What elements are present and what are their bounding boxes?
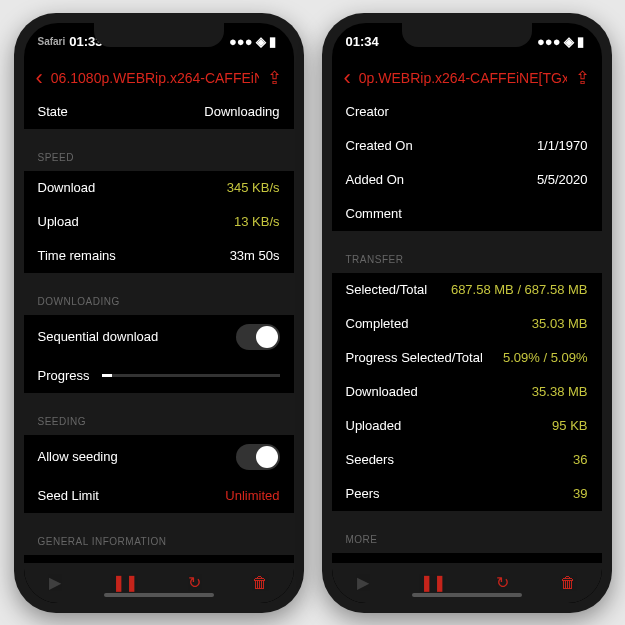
progress-st-row: Progress Selected/Total 5.09% / 5.09%: [332, 341, 602, 375]
section-more: MORE: [332, 511, 602, 553]
added-on-row: Added On 5/5/2020: [332, 163, 602, 197]
peers-value: 39: [573, 486, 587, 501]
trash-button[interactable]: 🗑: [560, 574, 576, 592]
section-speed: SPEED: [24, 129, 294, 171]
section-seeding: SEEDING: [24, 393, 294, 435]
status-time: 01:34: [346, 34, 379, 49]
uploaded-value: 95 KB: [552, 418, 587, 433]
downloaded-value: 35.38 MB: [532, 384, 588, 399]
battery-icon: ▮: [269, 34, 276, 49]
created-on-row: Created On 1/1/1970: [332, 129, 602, 163]
section-general: GENERAL INFORMATION: [24, 513, 294, 555]
screen-left: Safari 01:33 ●●● ◈ ▮ ‹ 06.1080p.WEBRip.x…: [24, 23, 294, 603]
refresh-button[interactable]: ↻: [496, 573, 509, 592]
play-button[interactable]: ▶: [357, 573, 369, 592]
wifi-icon: ◈: [564, 34, 574, 49]
play-button[interactable]: ▶: [49, 573, 61, 592]
section-downloading: DOWNLOADING: [24, 273, 294, 315]
content[interactable]: Creator Created On 1/1/1970 Added On 5/5…: [332, 95, 602, 563]
notch: [94, 23, 224, 47]
nav-bar: ‹ 0p.WEBRip.x264-CAFFEiNE[TGx] ⇪: [332, 61, 602, 95]
download-row: Download 345 KB/s: [24, 171, 294, 205]
signal-icon: ●●●: [229, 34, 253, 49]
upload-value: 13 KB/s: [234, 214, 280, 229]
status-icons: ●●● ◈ ▮: [229, 34, 276, 49]
selected-total-row: Selected/Total 687.58 MB / 687.58 MB: [332, 273, 602, 307]
allow-seeding-toggle[interactable]: [236, 444, 280, 470]
peers-row: Peers 39: [332, 477, 602, 511]
upload-row: Upload 13 KB/s: [24, 205, 294, 239]
bottom-toolbar: ▶ ❚❚ ↻ 🗑: [332, 563, 602, 603]
selected-total-value: 687.58 MB / 687.58 MB: [451, 282, 588, 297]
phone-right: 01:34 ●●● ◈ ▮ ‹ 0p.WEBRip.x264-CAFFEiNE[…: [322, 13, 612, 613]
comment-row: Comment: [332, 197, 602, 231]
progress-st-value: 5.09% / 5.09%: [503, 350, 588, 365]
trackers-row[interactable]: Trackers ›: [332, 553, 602, 563]
nav-bar: ‹ 06.1080p.WEBRip.x264-CAFFEiNE[TG ⇪: [24, 61, 294, 95]
seeders-row: Seeders 36: [332, 443, 602, 477]
state-label: State: [38, 104, 68, 119]
back-button[interactable]: ‹: [36, 65, 43, 91]
creator-row: Creator: [332, 95, 602, 129]
sequential-row[interactable]: Sequential download: [24, 315, 294, 359]
state-row: State Downloading: [24, 95, 294, 129]
allow-seeding-row[interactable]: Allow seeding: [24, 435, 294, 479]
pause-button[interactable]: ❚❚: [112, 573, 138, 592]
progress-bar: [102, 374, 280, 377]
content[interactable]: State Downloading SPEED Download 345 KB/…: [24, 95, 294, 563]
trash-button[interactable]: 🗑: [252, 574, 268, 592]
state-value: Downloading: [204, 104, 279, 119]
seed-limit-value: Unlimited: [225, 488, 279, 503]
created-value: 1/1/1970: [537, 138, 588, 153]
completed-row: Completed 35.03 MB: [332, 307, 602, 341]
back-button[interactable]: ‹: [344, 65, 351, 91]
screen-right: 01:34 ●●● ◈ ▮ ‹ 0p.WEBRip.x264-CAFFEiNE[…: [332, 23, 602, 603]
home-indicator[interactable]: [104, 593, 214, 597]
status-icons: ●●● ◈ ▮: [537, 34, 584, 49]
toggle-knob: [256, 326, 278, 348]
seed-limit-row[interactable]: Seed Limit Unlimited: [24, 479, 294, 513]
nav-title: 06.1080p.WEBRip.x264-CAFFEiNE[TG: [51, 70, 259, 86]
share-button[interactable]: ⇪: [575, 67, 590, 89]
uploaded-row: Uploaded 95 KB: [332, 409, 602, 443]
added-value: 5/5/2020: [537, 172, 588, 187]
nav-title: 0p.WEBRip.x264-CAFFEiNE[TGx]: [359, 70, 567, 86]
time-row: Time remains 33m 50s: [24, 239, 294, 273]
phone-left: Safari 01:33 ●●● ◈ ▮ ‹ 06.1080p.WEBRip.x…: [14, 13, 304, 613]
downloaded-row: Downloaded 35.38 MB: [332, 375, 602, 409]
home-indicator[interactable]: [412, 593, 522, 597]
notch: [402, 23, 532, 47]
pause-button[interactable]: ❚❚: [420, 573, 446, 592]
wifi-icon: ◈: [256, 34, 266, 49]
bottom-toolbar: ▶ ❚❚ ↻ 🗑: [24, 563, 294, 603]
progress-row: Progress: [24, 359, 294, 393]
sequential-toggle[interactable]: [236, 324, 280, 350]
time-value: 33m 50s: [230, 248, 280, 263]
progress-fill: [102, 374, 113, 377]
share-button[interactable]: ⇪: [267, 67, 282, 89]
status-back-safari[interactable]: Safari: [38, 36, 66, 47]
battery-icon: ▮: [577, 34, 584, 49]
download-value: 345 KB/s: [227, 180, 280, 195]
refresh-button[interactable]: ↻: [188, 573, 201, 592]
completed-value: 35.03 MB: [532, 316, 588, 331]
seeders-value: 36: [573, 452, 587, 467]
toggle-knob: [256, 446, 278, 468]
signal-icon: ●●●: [537, 34, 561, 49]
section-transfer: TRANSFER: [332, 231, 602, 273]
hash-row: Hash F8524142A368E332EF5F15920B303DF30C3…: [24, 555, 294, 563]
